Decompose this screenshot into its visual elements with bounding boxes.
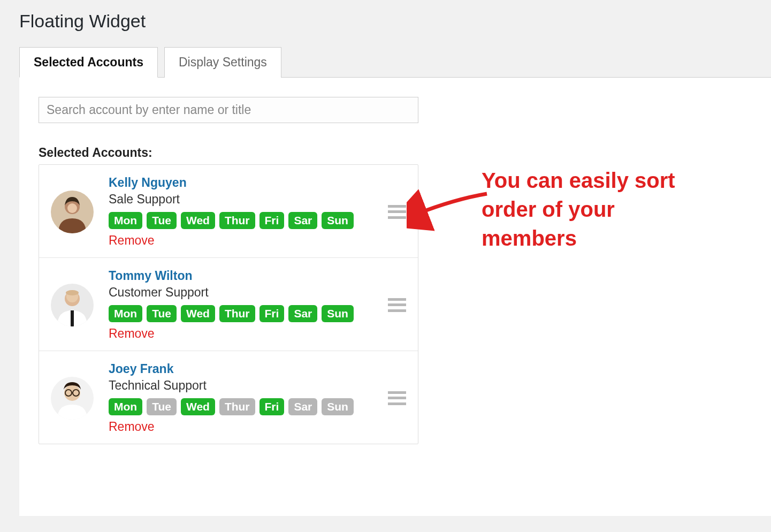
annotation-text: You can easily sort order of your member… <box>482 166 706 253</box>
day-badge: Mon <box>109 212 142 229</box>
account-row: Joey Frank Technical Support Mon Tue Wed… <box>39 351 418 444</box>
account-name-link[interactable]: Kelly Nguyen <box>109 176 378 190</box>
drag-handle-icon[interactable] <box>388 391 406 405</box>
day-badge: Fri <box>259 305 285 322</box>
account-role: Technical Support <box>109 378 378 393</box>
day-badge: Tue <box>147 305 177 322</box>
day-badge: Wed <box>181 398 215 415</box>
day-badge: Thur <box>219 398 255 415</box>
svg-point-7 <box>66 290 79 295</box>
day-badge: Tue <box>147 398 177 415</box>
remove-button[interactable]: Remove <box>109 326 378 341</box>
avatar <box>51 191 94 233</box>
svg-rect-5 <box>71 310 74 326</box>
day-badge: Mon <box>109 305 142 322</box>
remove-button[interactable]: Remove <box>109 420 378 434</box>
tab-display-settings[interactable]: Display Settings <box>164 47 281 78</box>
tab-panel: Selected Accounts: Kelly Nguyen Sale Sup… <box>19 77 771 516</box>
remove-button[interactable]: Remove <box>109 233 378 248</box>
avatar <box>51 284 94 326</box>
drag-handle-icon[interactable] <box>388 298 406 312</box>
day-badge: Thur <box>219 212 255 229</box>
avatar <box>51 377 94 420</box>
day-badge: Tue <box>147 212 177 229</box>
day-badge: Thur <box>219 305 255 322</box>
day-badge: Sar <box>288 398 317 415</box>
day-badge: Sar <box>288 212 317 229</box>
days-row: Mon Tue Wed Thur Fri Sar Sun <box>109 398 378 415</box>
day-badge: Sar <box>288 305 317 322</box>
account-name-link[interactable]: Tommy Wilton <box>109 269 378 283</box>
days-row: Mon Tue Wed Thur Fri Sar Sun <box>109 212 378 229</box>
svg-point-2 <box>67 203 77 213</box>
accounts-list: Kelly Nguyen Sale Support Mon Tue Wed Th… <box>39 164 418 444</box>
day-badge: Mon <box>109 398 142 415</box>
day-badge: Sun <box>322 212 354 229</box>
account-row: Tommy Wilton Customer Support Mon Tue We… <box>39 258 418 351</box>
account-role: Customer Support <box>109 285 378 300</box>
day-badge: Wed <box>181 305 215 322</box>
search-input[interactable] <box>39 97 418 123</box>
account-role: Sale Support <box>109 192 378 207</box>
day-badge: Fri <box>259 212 285 229</box>
account-name-link[interactable]: Joey Frank <box>109 362 378 376</box>
tabs: Selected Accounts Display Settings <box>19 47 771 77</box>
selected-accounts-label: Selected Accounts: <box>39 146 752 160</box>
day-badge: Sun <box>322 305 354 322</box>
day-badge: Sun <box>322 398 354 415</box>
day-badge: Fri <box>259 398 285 415</box>
account-row: Kelly Nguyen Sale Support Mon Tue Wed Th… <box>39 165 418 258</box>
day-badge: Wed <box>181 212 215 229</box>
days-row: Mon Tue Wed Thur Fri Sar Sun <box>109 305 378 322</box>
page-title: Floating Widget <box>19 11 771 32</box>
drag-handle-icon[interactable] <box>388 205 406 219</box>
tab-selected-accounts[interactable]: Selected Accounts <box>19 47 158 78</box>
